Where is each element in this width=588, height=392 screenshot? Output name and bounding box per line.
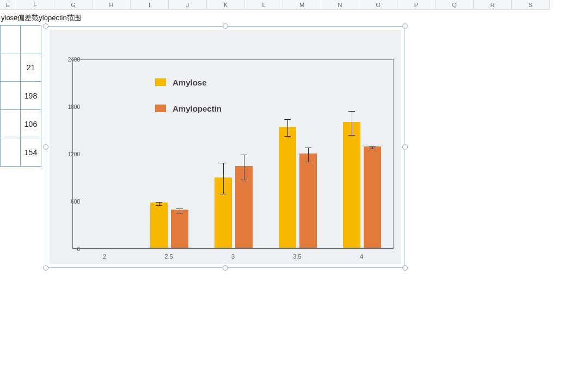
table-cell[interactable] (0, 25, 21, 53)
table-cell[interactable]: 106 (21, 110, 41, 138)
chart-bar-amylopectin[interactable] (299, 154, 317, 248)
y-axis-tick-label: 1200 (58, 151, 80, 157)
y-axis-tick-label: 600 (58, 199, 80, 205)
table-cell[interactable] (21, 25, 41, 53)
error-bar-cap (284, 119, 291, 120)
error-bar-cap (284, 136, 291, 137)
error-bar-line (287, 119, 288, 136)
table-cell[interactable] (0, 138, 21, 167)
chart-bar-amylose[interactable] (279, 127, 296, 248)
x-axis-tick-label: 2.5 (164, 253, 173, 260)
y-axis-tick-label: 1800 (58, 104, 80, 110)
column-header-e[interactable]: E (0, 0, 16, 10)
resize-handle-left-icon[interactable] (43, 144, 48, 150)
chart-bar-amylopectin[interactable] (364, 146, 381, 248)
resize-handle-bottom-right-icon[interactable] (402, 265, 408, 271)
table-cell[interactable] (0, 110, 21, 138)
resize-handle-top-right-icon[interactable] (402, 23, 408, 29)
error-bar-cap (348, 135, 355, 136)
table-cell[interactable] (0, 53, 21, 82)
column-header-j[interactable]: J (169, 0, 207, 10)
resize-handle-right-icon[interactable] (402, 144, 408, 150)
left-data-table: ylose偏差范ylopectin范围 21198106154 (0, 11, 44, 167)
error-bar-cap (241, 155, 247, 155)
column-header-f[interactable]: F (16, 0, 54, 10)
column-header-i[interactable]: I (131, 0, 169, 10)
error-bar-line (223, 163, 224, 194)
column-header-s[interactable]: S (512, 0, 550, 10)
error-bar-cap (348, 111, 355, 112)
y-axis-tick-label: 2400 (58, 57, 80, 63)
error-bar-cap (305, 162, 311, 162)
chart-plot-area[interactable] (72, 59, 394, 249)
chart-bar-amylose[interactable] (150, 203, 168, 248)
error-bar-cap (220, 163, 226, 163)
table-row: 154 (0, 138, 44, 167)
table-row: 21 (0, 53, 44, 82)
column-header-h[interactable]: H (93, 0, 131, 10)
x-axis-tick-label: 2 (103, 253, 106, 260)
table-row (0, 25, 44, 53)
column-header-l[interactable]: L (245, 0, 283, 10)
error-bar-line (308, 148, 309, 162)
column-header-r[interactable]: R (474, 0, 512, 10)
error-bar-cap (156, 205, 162, 206)
error-bar-cap (156, 202, 162, 203)
error-bar-cap (176, 213, 183, 213)
error-bar-cap (220, 194, 226, 194)
error-bar-cap (305, 148, 311, 148)
table-row: 106 (0, 110, 44, 138)
column-header-g[interactable]: G (54, 0, 93, 10)
column-header-m[interactable]: M (283, 0, 321, 10)
error-bar-cap (176, 209, 183, 209)
resize-handle-top-icon[interactable] (223, 23, 228, 29)
x-axis-tick-label: 4 (360, 253, 363, 260)
column-header-n[interactable]: N (321, 0, 359, 10)
x-axis-tick-label: 3.5 (293, 253, 301, 260)
table-row: 198 (0, 82, 44, 110)
column-header-q[interactable]: Q (436, 0, 474, 10)
error-bar-line (180, 209, 180, 213)
error-bar-cap (369, 146, 376, 147)
chart-object[interactable]: Amylose Amylopectin 060012001800240022.5… (46, 26, 405, 268)
x-axis-tick-label: 3 (231, 253, 235, 260)
column-header-k[interactable]: K (207, 0, 245, 10)
chart-bar-amylose[interactable] (343, 122, 360, 248)
column-header-p[interactable]: P (397, 0, 436, 10)
y-axis-tick-label: 0 (58, 246, 80, 252)
chart-bar-amylopectin[interactable] (171, 210, 188, 248)
column-headers: EFGHIJKLMNOPQRS (0, 0, 588, 10)
left-table-header: ylose偏差范ylopectin范围 (0, 11, 44, 25)
resize-handle-bottom-left-icon[interactable] (43, 265, 48, 271)
table-cell[interactable] (0, 82, 21, 110)
error-bar-line (244, 155, 244, 180)
table-cell[interactable]: 198 (21, 82, 41, 110)
table-cell[interactable]: 21 (21, 53, 41, 82)
resize-handle-top-left-icon[interactable] (43, 23, 48, 29)
table-cell[interactable]: 154 (21, 138, 41, 167)
error-bar-cap (369, 149, 376, 149)
error-bar-line (352, 111, 352, 136)
error-bar-cap (241, 180, 247, 180)
column-header-o[interactable]: O (359, 0, 397, 10)
chart-bars (73, 60, 393, 248)
resize-handle-bottom-icon[interactable] (223, 265, 228, 271)
chart-x-axis-line (73, 248, 393, 248)
